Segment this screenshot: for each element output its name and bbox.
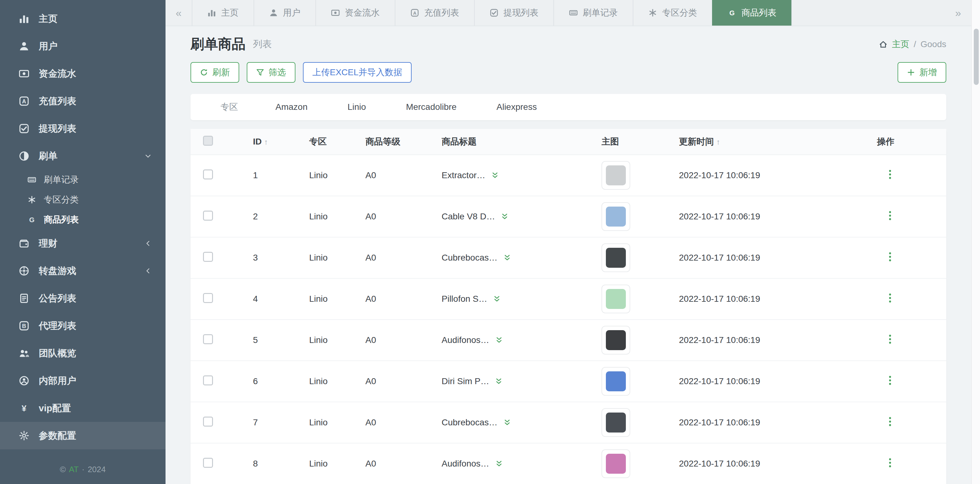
row-actions-kebab-icon[interactable] xyxy=(885,375,896,386)
zone-option-mercadolibre[interactable]: Mercadolibre xyxy=(406,102,457,112)
sidebar-item-label: 内部用户 xyxy=(39,375,76,387)
tweezers-product-image[interactable] xyxy=(601,161,630,190)
header-updated[interactable]: 更新时间↑ xyxy=(679,136,877,148)
row-actions-kebab-icon[interactable] xyxy=(885,210,896,221)
earbuds-case-product-image[interactable] xyxy=(601,326,630,354)
cell-title: Pillofon S… xyxy=(442,294,487,304)
tab-label: 资金流水 xyxy=(345,7,380,19)
sidebar-item-brush-records[interactable]: 刷单记录 xyxy=(0,170,165,190)
sidebar-item-home[interactable]: 主页 xyxy=(0,5,165,32)
internal-user-icon xyxy=(19,375,29,386)
row-checkbox[interactable] xyxy=(203,417,213,427)
recharge-icon xyxy=(410,8,419,17)
sidebar-item-finance[interactable]: 理财 xyxy=(0,230,165,257)
usb-cable-product-image[interactable] xyxy=(601,202,630,231)
sidebar-item-brush-order[interactable]: 刷单 xyxy=(0,142,165,170)
row-checkbox[interactable] xyxy=(203,252,213,262)
expand-title-icon[interactable] xyxy=(503,419,511,427)
row-checkbox[interactable] xyxy=(203,170,213,179)
sim-card-green-product-image[interactable] xyxy=(601,285,630,313)
earbuds-colorful-product-image[interactable] xyxy=(601,449,630,478)
row-checkbox[interactable] xyxy=(203,211,213,221)
tab-goods-list[interactable]: 商品列表 xyxy=(712,0,791,25)
settings-icon xyxy=(19,430,29,441)
sidebar-item-wheel-game[interactable]: 转盘游戏 xyxy=(0,257,165,285)
sidebar-item-team-overview[interactable]: 团队概览 xyxy=(0,340,165,367)
tab-recharge-list[interactable]: 充值列表 xyxy=(395,0,474,25)
zone-option-linio[interactable]: Linio xyxy=(348,102,366,112)
thumbnail-placeholder xyxy=(606,330,626,350)
row-actions-kebab-icon[interactable] xyxy=(885,292,896,304)
sidebar-item-vip-config[interactable]: vip配置 xyxy=(0,394,165,422)
upload-excel-button[interactable]: 上传EXCEL并导入数据 xyxy=(303,62,412,83)
row-checkbox[interactable] xyxy=(203,293,213,303)
tab-zone-category[interactable]: 专区分类 xyxy=(633,0,712,25)
row-actions-kebab-icon[interactable] xyxy=(885,169,896,180)
sidebar-item-recharge-list[interactable]: 充值列表 xyxy=(0,87,165,115)
cell-updated: 2022-10-17 10:06:19 xyxy=(679,376,877,386)
scrollbar-thumb[interactable] xyxy=(974,29,979,85)
header-select-cell xyxy=(203,136,253,148)
keyboard-icon xyxy=(27,175,36,184)
sim-card-blue-product-image[interactable] xyxy=(601,367,630,396)
sidebar-item-goods-list[interactable]: 商品列表 xyxy=(0,210,165,230)
expand-title-icon[interactable] xyxy=(503,254,511,262)
cell-title: Cubrebocas… xyxy=(442,253,498,263)
tab-users[interactable]: 用户 xyxy=(254,0,315,25)
row-actions-kebab-icon[interactable] xyxy=(885,457,896,468)
select-all-checkbox[interactable] xyxy=(203,136,213,146)
filter-button[interactable]: 筛选 xyxy=(247,62,296,83)
cell-title: Audifonos… xyxy=(442,335,489,345)
sidebar-item-agents[interactable]: 代理列表 xyxy=(0,312,165,340)
add-button[interactable]: 新增 xyxy=(897,62,946,83)
cell-title: Diri Sim P… xyxy=(442,376,489,386)
zone-option-amazon[interactable]: Amazon xyxy=(275,102,308,112)
sidebar: 主页 用户 资金流水 充值列表 提现列表 刷单 xyxy=(0,0,165,484)
tab-money-flow[interactable]: 资金流水 xyxy=(315,0,395,25)
cell-updated: 2022-10-17 10:06:19 xyxy=(679,211,877,222)
tabs-scroll-left-icon[interactable]: « xyxy=(165,0,192,25)
row-checkbox[interactable] xyxy=(203,458,213,468)
row-actions-kebab-icon[interactable] xyxy=(885,416,896,427)
tabs-scroll-right-icon[interactable]: » xyxy=(945,0,971,25)
face-mask-product-image[interactable] xyxy=(601,243,630,272)
expand-title-icon[interactable] xyxy=(495,377,503,386)
sidebar-item-internal-users[interactable]: 内部用户 xyxy=(0,367,165,394)
brand-link[interactable]: AT xyxy=(69,465,79,474)
sidebar-item-param-config[interactable]: 参数配置 xyxy=(0,422,165,449)
zone-option-aliexpress[interactable]: Aliexpress xyxy=(496,102,537,112)
cell-zone: Linio xyxy=(309,376,365,386)
face-mask-pack-product-image[interactable] xyxy=(601,408,630,437)
sidebar-item-money-flow[interactable]: 资金流水 xyxy=(0,60,165,87)
breadcrumb-home-link[interactable]: 主页 xyxy=(892,38,909,50)
category-icon xyxy=(648,8,657,17)
tab-home[interactable]: 主页 xyxy=(192,0,254,25)
header-id[interactable]: ID↑ xyxy=(253,136,309,147)
expand-title-icon[interactable] xyxy=(501,213,509,221)
table-row: 2 Linio A0 Cable V8 D… 2022-10-17 10:06:… xyxy=(191,196,946,238)
row-actions-kebab-icon[interactable] xyxy=(885,333,896,345)
withdraw-icon xyxy=(490,8,498,17)
expand-title-icon[interactable] xyxy=(491,171,499,179)
refresh-icon xyxy=(200,68,208,76)
header-actions: 操作 xyxy=(877,136,936,148)
tab-brush-records[interactable]: 刷单记录 xyxy=(554,0,633,25)
row-checkbox[interactable] xyxy=(203,334,213,344)
tab-withdraw-list[interactable]: 提现列表 xyxy=(474,0,554,25)
expand-title-icon[interactable] xyxy=(495,460,503,468)
sidebar-item-withdraw-list[interactable]: 提现列表 xyxy=(0,115,165,142)
sidebar-item-zone-category[interactable]: 专区分类 xyxy=(0,190,165,210)
sidebar-item-announcements[interactable]: 公告列表 xyxy=(0,285,165,312)
sort-asc-icon[interactable]: ↑ xyxy=(264,138,268,146)
row-checkbox[interactable] xyxy=(203,375,213,386)
page-scrollbar[interactable] xyxy=(971,0,980,484)
sort-asc-icon[interactable]: ↑ xyxy=(716,138,720,146)
cell-updated: 2022-10-17 10:06:19 xyxy=(679,294,877,304)
sidebar-item-users[interactable]: 用户 xyxy=(0,32,165,60)
row-actions-kebab-icon[interactable] xyxy=(885,251,896,262)
sidebar-item-label: 理财 xyxy=(39,237,57,250)
refresh-button[interactable]: 刷新 xyxy=(191,62,239,83)
expand-title-icon[interactable] xyxy=(495,336,503,344)
expand-title-icon[interactable] xyxy=(493,295,501,303)
vip-icon xyxy=(19,403,29,414)
